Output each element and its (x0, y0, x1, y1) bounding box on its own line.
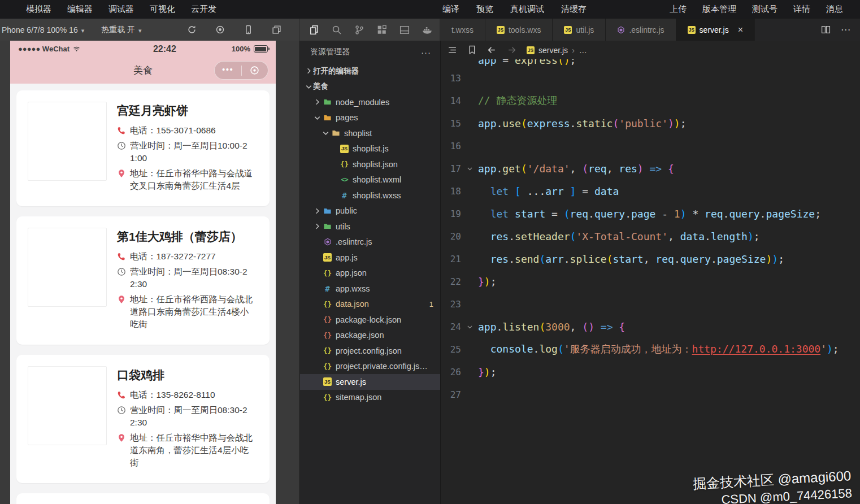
breadcrumb-file[interactable]: server.js (538, 46, 568, 55)
menubar-item[interactable]: 测试号 (752, 4, 778, 15)
files-icon[interactable] (309, 25, 319, 35)
tree-item[interactable]: .eslintrc.js (300, 234, 440, 250)
code-line[interactable]: 26}); (441, 360, 860, 383)
editor-tab[interactable]: JSutil.js (553, 19, 606, 41)
split-editor-icon[interactable] (821, 25, 831, 34)
device-icon[interactable] (244, 25, 253, 34)
code-lines: 1314// 静态资源处理15app.use(express.static('p… (441, 67, 860, 406)
extensions-icon[interactable] (377, 25, 387, 35)
chevron-down-icon (322, 129, 330, 137)
tree-item[interactable]: node_modules (300, 94, 440, 110)
chevron-down-icon[interactable] (466, 323, 474, 331)
tree-item-label: shoplist.wxml (353, 175, 440, 184)
tree-item[interactable]: JSshoplist.js (300, 141, 440, 157)
chevron-down-icon[interactable] (466, 165, 474, 172)
menubar-item[interactable]: 详情 (793, 4, 810, 15)
code-line[interactable]: 17app.get('/data', (req, res) => { (441, 157, 860, 180)
tree-item[interactable]: JSapp.js (300, 250, 440, 266)
code-line[interactable]: 20 res.setHeader('X-Total-Count', data.l… (441, 225, 860, 247)
tree-section[interactable]: 美食 (300, 79, 440, 95)
json-file-icon: {} (323, 300, 332, 309)
js-file-icon: JS (340, 145, 349, 153)
code-line[interactable]: 18 let [ ...arr ] = data (441, 180, 860, 202)
tree-item[interactable]: #app.wxss (300, 281, 440, 297)
code-line[interactable]: 21 res.send(arr.splice(start, req.query.… (441, 247, 860, 270)
shop-card[interactable]: 好食客自助 (16, 493, 270, 504)
code-line[interactable]: 16 (441, 134, 860, 157)
tree-item[interactable]: {}app.json (300, 266, 440, 281)
shop-card[interactable]: 宫廷月亮虾饼电话：155-3071-0686营业时间：周一至周日10:00-21… (16, 90, 270, 206)
menubar-item[interactable]: 真机调试 (510, 4, 544, 15)
editor-tab[interactable]: JSserver.js× (676, 19, 755, 41)
tab-bar-actions: ⋯ (812, 19, 860, 41)
menubar-item[interactable]: 版本管理 (702, 4, 736, 15)
code-line[interactable]: 13 (441, 67, 860, 89)
code-line[interactable]: 25 console.log('服务器启动成功，地址为：http://127.0… (441, 338, 860, 360)
line-number: 27 (441, 389, 461, 400)
editor-tab[interactable]: t.wxss (440, 19, 485, 41)
more-actions-icon[interactable]: ⋯ (841, 24, 851, 36)
tree-item[interactable]: pages (300, 110, 440, 126)
menubar-item[interactable]: 云开发 (191, 4, 216, 15)
menubar-item[interactable]: 模拟器 (26, 4, 51, 15)
code-line[interactable]: 23 (441, 293, 860, 315)
file-tree: 打开的编辑器美食node_modulespagesshoplistJSshopl… (300, 63, 440, 405)
record-icon[interactable] (215, 25, 225, 34)
outline-icon[interactable] (448, 45, 457, 55)
tree-item[interactable]: <>shoplist.wxml (300, 172, 440, 188)
code-line[interactable]: 24app.listen(3000, () => { (441, 315, 860, 338)
tree-item[interactable]: {}sitemap.json (300, 390, 440, 406)
menubar-item[interactable]: 上传 (670, 4, 687, 15)
docker-icon[interactable] (422, 25, 432, 35)
panel-icon[interactable] (399, 25, 410, 35)
back-icon[interactable] (487, 45, 497, 55)
menubar-item[interactable]: 编辑器 (67, 4, 93, 15)
js-file-icon: JS (323, 377, 332, 386)
code-line[interactable]: 15app.use(express.static('public')); (441, 112, 860, 134)
menubar-item[interactable]: 可视化 (150, 4, 175, 15)
code-line[interactable]: 14// 静态资源处理 (441, 89, 860, 112)
menubar-item[interactable]: 编译 (442, 4, 459, 15)
tree-item[interactable]: {}project.config.json (300, 343, 440, 359)
hot-reload-toggle[interactable]: 热重载 开 (101, 25, 141, 35)
tree-item[interactable]: {}package-lock.json (300, 312, 440, 328)
git-branch-icon[interactable] (354, 25, 364, 35)
code-line[interactable]: 19 let start = (req.query.page - 1) * re… (441, 202, 860, 225)
menubar-item[interactable]: 预览 (476, 4, 493, 15)
eslint-icon (324, 238, 332, 246)
tree-item[interactable]: JSserver.js (300, 374, 440, 390)
tree-item[interactable]: {}package.json (300, 328, 440, 344)
close-icon[interactable]: × (738, 25, 743, 34)
tree-item[interactable]: {}project.private.config.js… (300, 359, 440, 375)
search-icon[interactable] (332, 25, 342, 35)
capsule-home-button[interactable] (242, 66, 268, 75)
menu-dots-button[interactable]: ••• (215, 65, 241, 76)
clipped-line: app = express(); (441, 59, 860, 67)
bookmark-icon[interactable] (467, 45, 477, 55)
menubar-item[interactable]: 清缓存 (561, 4, 587, 15)
tree-item[interactable]: shoplist (300, 125, 440, 141)
menubar-item[interactable]: 调试器 (108, 4, 134, 15)
tree-section[interactable]: 打开的编辑器 (300, 63, 440, 79)
tree-item-label: project.config.json (336, 346, 440, 355)
code-area[interactable]: app = express(); 1314// 静态资源处理15app.use(… (441, 59, 860, 504)
menubar-item[interactable]: 消息 (826, 4, 843, 15)
forward-icon[interactable] (507, 45, 516, 55)
explorer-more-button[interactable]: ··· (421, 47, 431, 57)
editor-tab[interactable]: .eslintrc.js (606, 19, 676, 41)
refresh-icon[interactable] (187, 25, 197, 34)
breadcrumb-more[interactable]: … (579, 46, 587, 55)
toolbar: Phone 6/7/8 100% 16 热重载 开 t.wxssJStools.… (0, 19, 860, 41)
code-line[interactable]: 22}); (441, 270, 860, 293)
tree-item[interactable]: public (300, 203, 440, 219)
code-line[interactable]: 27 (441, 383, 860, 406)
tree-item[interactable]: utils (300, 219, 440, 234)
tree-item[interactable]: #shoplist.wxss (300, 188, 440, 203)
shop-card[interactable]: 第1佳大鸡排（蕾莎店）电话：187-3272-7277营业时间：周一至周日08:… (16, 216, 270, 345)
shop-card[interactable]: 口袋鸡排电话：135-8262-8110营业时间：周一至周日08:30-22:3… (16, 355, 270, 483)
tree-item[interactable]: {}shoplist.json (300, 157, 440, 172)
tree-item[interactable]: {}data.json1 (300, 297, 440, 312)
editor-tab[interactable]: JStools.wxs (485, 19, 553, 41)
windows-icon[interactable] (272, 25, 281, 34)
device-selector[interactable]: Phone 6/7/8 100% 16 (2, 25, 84, 34)
